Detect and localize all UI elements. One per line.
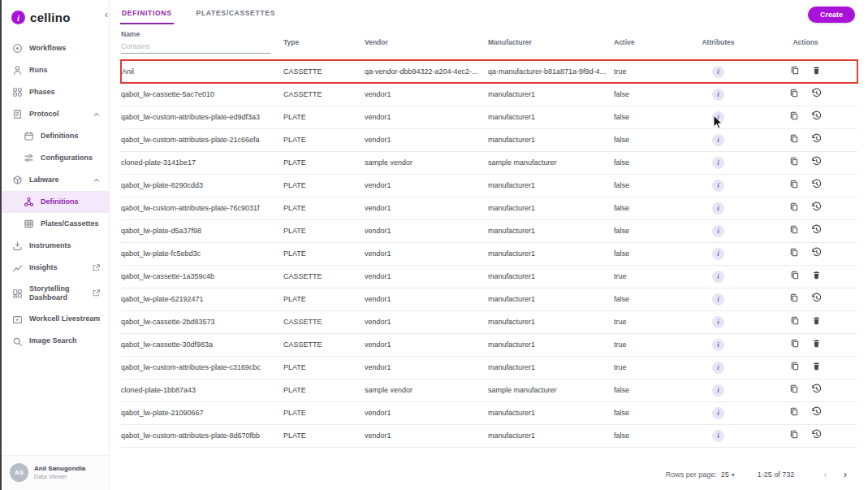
tab-definitions[interactable]: DEFINITIONS (120, 6, 174, 24)
history-icon[interactable] (810, 201, 823, 215)
sidebar-item-plates-cassettes[interactable]: Plates/Cassettes (2, 213, 109, 235)
attributes-info-icon[interactable]: i (712, 111, 724, 124)
delete-icon[interactable] (810, 360, 823, 375)
attributes-info-icon[interactable]: i (712, 202, 724, 215)
copy-icon[interactable] (788, 337, 801, 352)
history-icon[interactable] (810, 178, 823, 193)
vendor-cell: vendor1 (365, 174, 488, 197)
delete-icon[interactable] (810, 269, 823, 284)
attributes-cell: i (683, 174, 760, 197)
history-icon[interactable] (810, 223, 823, 238)
create-button[interactable]: Create (808, 7, 855, 23)
sidebar-item-workflows[interactable]: Workflows (2, 37, 109, 59)
attributes-info-icon[interactable]: i (712, 430, 724, 442)
runs-icon (12, 65, 23, 76)
copy-icon[interactable] (788, 87, 801, 102)
copy-icon[interactable] (788, 292, 801, 306)
copy-icon[interactable] (788, 405, 801, 420)
sidebar-item-protocol-configurations[interactable]: Configurations (2, 147, 109, 169)
name-cell: qabot_lw-custom-attributes-plate-21c66ef… (121, 128, 283, 151)
sidebar-item-instruments[interactable]: Instruments (2, 235, 109, 257)
copy-icon[interactable] (788, 428, 801, 443)
history-icon[interactable] (810, 383, 823, 397)
vendor-cell: vendor1 (365, 356, 488, 379)
attributes-cell: i (683, 288, 760, 310)
active-cell: false (614, 128, 683, 151)
attributes-info-icon[interactable]: i (712, 293, 724, 306)
attributes-info-icon[interactable]: i (712, 339, 724, 351)
table-row: qabot_lw-cassette-30df983aCASSETTEvendor… (121, 333, 857, 356)
type-cell: PLATE (283, 379, 365, 401)
previous-page-button[interactable]: ‹ (818, 470, 831, 479)
attributes-info-icon[interactable]: i (712, 157, 724, 169)
name-filter-input[interactable] (121, 41, 270, 54)
sidebar-item-insights[interactable]: Insights (2, 257, 109, 279)
history-icon[interactable] (810, 110, 823, 124)
attributes-info-icon[interactable]: i (712, 134, 724, 146)
active-cell: false (614, 219, 683, 242)
copy-icon[interactable] (788, 201, 801, 215)
copy-icon[interactable] (788, 360, 801, 375)
delete-icon[interactable] (810, 337, 823, 352)
history-icon[interactable] (810, 155, 823, 170)
attributes-info-icon[interactable]: i (712, 248, 724, 260)
copy-icon[interactable] (788, 269, 801, 284)
table-header: NameTypeVendorManufacturerActiveAttribut… (121, 26, 857, 60)
rows-per-page-select[interactable]: 25 ▾ (721, 470, 735, 479)
name-cell: qabot_lw-custom-attributes-plate-ed9df3a… (121, 106, 283, 128)
sidebar-item-protocol-definitions[interactable]: Definitions (2, 125, 109, 147)
copy-icon[interactable] (788, 178, 801, 193)
tab-plates-cassettes[interactable]: PLATES/CASSETTES (195, 6, 277, 24)
copy-icon[interactable] (788, 246, 801, 261)
labware-definitions-table: NameTypeVendorManufacturerActiveAttribut… (120, 26, 858, 448)
column-header-attributes: Attributes (683, 26, 760, 60)
copy-icon[interactable] (788, 314, 801, 329)
sidebar-item-labware[interactable]: Labware (2, 169, 109, 191)
copy-icon[interactable] (788, 110, 801, 124)
user-meta: Anil Sanugondla Data Viewer (34, 465, 85, 480)
sidebar-item-label: Insights (29, 263, 58, 272)
rows-per-page-label: Rows per page: (666, 470, 717, 479)
attributes-info-icon[interactable]: i (712, 66, 724, 78)
sidebar-item-protocol[interactable]: Protocol (2, 103, 109, 125)
attributes-info-icon[interactable]: i (712, 362, 724, 374)
copy-icon[interactable] (788, 155, 801, 170)
attributes-info-icon[interactable]: i (712, 407, 724, 419)
type-cell: PLATE (283, 219, 365, 242)
sidebar-item-label: Definitions (41, 132, 79, 141)
sidebar-collapse-button[interactable]: ‹ (103, 8, 110, 21)
next-page-button[interactable]: › (839, 470, 852, 479)
vendor-cell: vendor1 (365, 401, 488, 424)
history-icon[interactable] (810, 405, 823, 420)
actions-cell (760, 288, 857, 310)
delete-icon[interactable] (810, 64, 823, 79)
actions-cell (760, 106, 857, 128)
actions-cell (760, 83, 857, 106)
history-icon[interactable] (810, 246, 823, 261)
history-icon[interactable] (810, 292, 823, 306)
history-icon[interactable] (810, 132, 823, 147)
sidebar-item-image-search[interactable]: Image Search (2, 331, 109, 353)
sidebar-item-runs[interactable]: Runs (2, 59, 109, 81)
sidebar-item-labware-definitions[interactable]: Definitions (2, 191, 109, 213)
sidebar-item-phases[interactable]: Phases (2, 81, 109, 103)
delete-icon[interactable] (810, 314, 823, 329)
copy-icon[interactable] (788, 132, 801, 147)
history-icon[interactable] (810, 428, 823, 443)
sidebar-item-workcell-livestream[interactable]: Workcell Livestream (2, 309, 109, 331)
protocol-icon (12, 109, 23, 119)
attributes-info-icon[interactable]: i (712, 384, 724, 397)
attributes-info-icon[interactable]: i (712, 271, 724, 283)
copy-icon[interactable] (788, 383, 801, 397)
name-cell: qabot_lw-plate-62192471 (121, 288, 283, 310)
attributes-info-icon[interactable]: i (712, 316, 724, 328)
attributes-info-icon[interactable]: i (712, 225, 724, 237)
attributes-info-icon[interactable]: i (712, 180, 724, 192)
sidebar-item-label: Workcell Livestream (29, 314, 100, 323)
column-header-manufacturer: Manufacturer (488, 26, 614, 60)
attributes-info-icon[interactable]: i (712, 89, 724, 101)
copy-icon[interactable] (788, 64, 801, 79)
copy-icon[interactable] (788, 223, 801, 238)
sidebar-item-storytelling-dashboard[interactable]: Storytelling Dashboard (2, 279, 109, 309)
history-icon[interactable] (810, 87, 823, 102)
